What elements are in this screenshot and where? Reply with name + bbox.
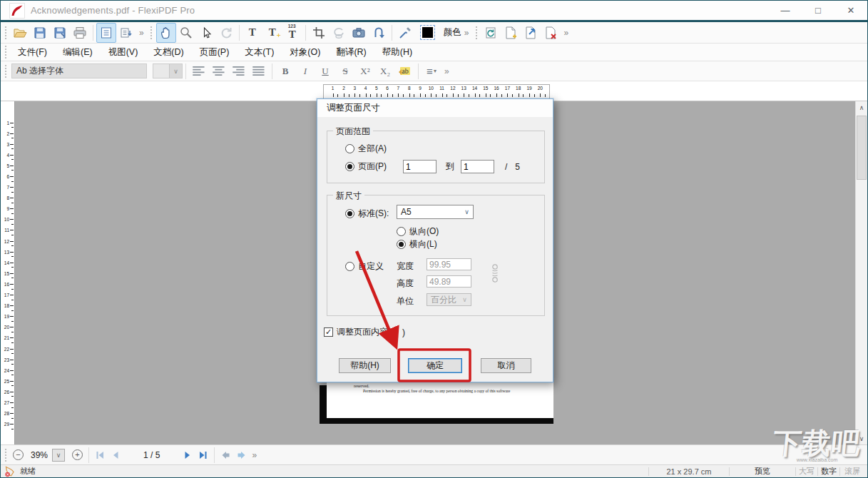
toolbar-grip[interactable] <box>149 26 154 40</box>
back-view-button[interactable] <box>218 447 233 463</box>
extract-page-button[interactable] <box>521 23 541 43</box>
portrait-radio[interactable] <box>397 227 406 236</box>
last-page-button[interactable] <box>195 447 211 463</box>
to-page-input[interactable] <box>461 160 494 173</box>
crop-button[interactable] <box>309 23 329 43</box>
save-as-button[interactable] <box>50 23 70 43</box>
next-page-button[interactable] <box>180 447 195 463</box>
zoom-tool-button[interactable] <box>176 23 196 43</box>
single-page-view-button[interactable] <box>96 23 116 43</box>
italic-button[interactable]: I <box>295 61 315 81</box>
add-text-button[interactable]: T+ <box>262 23 282 43</box>
standard-size-select[interactable]: A5 ∨ <box>397 205 474 219</box>
menu-file[interactable]: 文件(F) <box>10 44 55 61</box>
snapshot-button[interactable] <box>349 23 369 43</box>
chevron-down-icon[interactable]: ∨ <box>169 64 182 78</box>
menu-help[interactable]: 帮助(H) <box>374 44 420 61</box>
toolbar-grip[interactable] <box>3 45 8 59</box>
delete-page-button[interactable] <box>541 23 561 43</box>
ok-button[interactable]: 确定 <box>408 358 462 373</box>
toolbar-grip[interactable] <box>3 64 8 78</box>
save-button[interactable] <box>30 23 50 43</box>
standard-size-radio[interactable] <box>345 209 354 218</box>
vertical-scrollbar[interactable]: ∧ ∨ <box>855 101 867 444</box>
rotate-object-button[interactable] <box>329 23 349 43</box>
first-page-button[interactable] <box>92 447 108 463</box>
bold-button[interactable]: B <box>275 61 295 81</box>
v-ruler-unit: 12 <box>1 235 14 246</box>
close-button[interactable]: ✕ <box>834 1 867 20</box>
menu-edit[interactable]: 编辑(E) <box>55 44 101 61</box>
scrollbar-thumb[interactable] <box>857 116 867 180</box>
align-right-button[interactable] <box>229 61 249 81</box>
select-tool-button[interactable] <box>196 23 216 43</box>
align-center-button[interactable] <box>209 61 229 81</box>
zoom-in-button[interactable]: + <box>72 449 83 460</box>
status-preview[interactable]: 预览 <box>730 466 795 477</box>
undo-button[interactable] <box>216 23 236 43</box>
all-pages-radio[interactable] <box>345 144 354 153</box>
resize-content-checkbox[interactable]: ✓ <box>324 327 333 337</box>
page-indicator: 1 / 5 <box>143 450 160 460</box>
superscript-button[interactable]: X² <box>355 61 375 81</box>
toolbar-overflow[interactable]: » <box>461 28 472 38</box>
bold-icon: B <box>282 66 289 77</box>
numbering-button[interactable]: T123 <box>282 23 302 43</box>
resize-content-label: 调整页面内容 <box>337 326 388 338</box>
v-ruler-unit: 2 <box>1 128 14 138</box>
cancel-button[interactable]: 取消 <box>481 358 531 373</box>
highlight-button[interactable]: ab <box>395 61 415 81</box>
page-range-radio[interactable] <box>345 162 354 171</box>
toolbar-grip[interactable] <box>3 448 8 462</box>
toolbar-grip[interactable] <box>3 26 8 40</box>
from-page-input[interactable] <box>403 160 436 173</box>
zoom-out-button[interactable]: − <box>13 449 24 460</box>
u-turn-arrow-icon <box>372 26 386 40</box>
font-size-combo[interactable]: ∨ <box>153 63 183 78</box>
insert-page-button[interactable] <box>501 23 521 43</box>
continuous-view-button[interactable] <box>116 23 136 43</box>
custom-size-radio[interactable] <box>345 262 354 271</box>
underline-button[interactable]: U <box>315 61 335 81</box>
font-selector[interactable]: Ab 选择字体 <box>11 63 147 78</box>
maximize-button[interactable]: □ <box>802 1 834 20</box>
menu-object[interactable]: 对象(O) <box>282 44 328 61</box>
toolbar-overflow[interactable]: » <box>561 28 571 38</box>
menu-document[interactable]: 文档(D) <box>145 44 191 61</box>
toolbar-overflow[interactable]: » <box>136 28 147 38</box>
menu-page[interactable]: 页面(P) <box>192 44 238 61</box>
minimize-button[interactable]: — <box>769 1 802 20</box>
eyedropper-button[interactable] <box>395 23 415 43</box>
strikethrough-button[interactable]: S <box>335 61 355 81</box>
landscape-radio[interactable] <box>397 240 406 249</box>
align-left-button[interactable] <box>189 61 209 81</box>
line-style-button[interactable]: ≡▾ <box>422 61 441 81</box>
toolbar-overflow[interactable]: » <box>249 450 260 460</box>
align-justify-button[interactable] <box>249 61 269 81</box>
landscape-label: 横向(L) <box>409 238 437 250</box>
toolbar-grip[interactable] <box>474 26 479 40</box>
toolbar-overflow[interactable]: » <box>441 66 452 76</box>
help-button[interactable]: 帮助(H) <box>339 358 391 373</box>
toolbar-separator <box>239 25 240 41</box>
reflow-button[interactable] <box>369 23 389 43</box>
edit-text-button[interactable]: T <box>242 23 262 43</box>
previous-page-button[interactable] <box>108 447 123 463</box>
scroll-down-arrow[interactable]: ∨ <box>856 432 867 444</box>
scroll-up-arrow[interactable]: ∧ <box>856 101 867 113</box>
color-swatch-button[interactable] <box>418 23 438 43</box>
open-button[interactable] <box>10 23 30 43</box>
rotate-page-button[interactable] <box>481 23 501 43</box>
page-shadow <box>320 385 327 424</box>
menu-text[interactable]: 文本(T) <box>237 44 282 61</box>
zoom-preset-dropdown[interactable]: ∨ <box>52 449 65 462</box>
forward-view-button[interactable] <box>233 447 249 463</box>
standard-size-value: A5 <box>397 207 412 217</box>
subscript-button[interactable]: X₂ <box>375 61 395 81</box>
print-button[interactable] <box>70 23 90 43</box>
link-dimensions-icon <box>490 263 500 286</box>
menu-view[interactable]: 视图(V) <box>101 44 146 61</box>
hand-tool-button[interactable] <box>156 23 176 43</box>
h-ruler-unit: 16 <box>491 85 501 98</box>
menu-translate[interactable]: 翻译(R) <box>328 44 374 61</box>
